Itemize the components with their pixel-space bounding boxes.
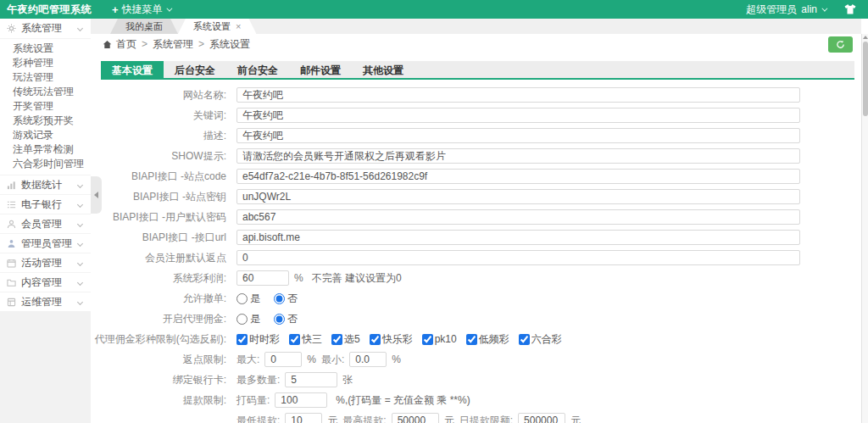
tab-basic-settings[interactable]: 基本设置 (101, 61, 164, 80)
sidebar-group-label: 内容管理 (21, 276, 78, 290)
sidebar-item-draw-management[interactable]: 开奖管理 (0, 99, 91, 114)
sidebar-collapse-handle[interactable] (91, 176, 102, 214)
theme-shirt-icon[interactable] (844, 4, 856, 14)
vertical-scrollbar[interactable] (861, 34, 868, 423)
percent-unit: % (294, 272, 303, 284)
biapi-url-label: BIAPI接口 -接口url (101, 231, 236, 245)
withdraw-max-input[interactable] (392, 413, 439, 423)
sidebar-item-mark6-time[interactable]: 六合彩时间管理 (0, 157, 91, 171)
chevron-down-icon (166, 5, 172, 11)
breadcrumb-section[interactable]: 系统管理 (153, 37, 193, 52)
withdraw-min-input[interactable] (285, 413, 322, 423)
register-rebate-input[interactable] (236, 250, 800, 265)
user-menu[interactable]: 超级管理员 alin (746, 3, 826, 17)
sidebar-item-pre-draw[interactable]: 系统彩预开奖 (0, 114, 91, 128)
scrollbar-up-arrow[interactable] (862, 34, 868, 41)
tab-label: 系统设置 (193, 19, 231, 34)
sidebar-group-system[interactable]: 系统管理 (0, 19, 91, 38)
sidebar-group-label: 系统管理 (21, 21, 78, 36)
lottery-mark6-option[interactable]: 六合彩 (519, 332, 562, 347)
gear-icon (7, 24, 17, 34)
sidebar-group-members[interactable]: 会员管理 (0, 214, 91, 233)
card-unit: 张 (342, 373, 353, 387)
biapi-code-input[interactable] (236, 169, 800, 184)
withdraw-daily-input[interactable] (518, 413, 565, 423)
sidebar-group-label: 活动管理 (21, 256, 78, 270)
allow-cancel-yes-radio[interactable] (236, 293, 248, 304)
lottery-x5-checkbox[interactable] (331, 334, 342, 345)
withdraw-max-label: 最高提款: (342, 414, 386, 423)
option-label: 否 (287, 292, 298, 306)
lottery-lowfreq-checkbox[interactable] (466, 334, 477, 345)
checkbox-label: 快三 (302, 332, 322, 347)
tab-other-settings[interactable]: 其他设置 (352, 61, 415, 80)
lottery-pk10-option[interactable]: pk10 (422, 333, 457, 345)
calendar-icon (7, 258, 17, 268)
system-profit-note: 不完善 建议设置为0 (312, 271, 402, 286)
scrollbar-thumb[interactable] (863, 42, 868, 116)
bank-card-count-input[interactable] (285, 372, 337, 387)
tab-mail-settings[interactable]: 邮件设置 (289, 61, 352, 80)
turnover-input[interactable] (275, 392, 327, 408)
agent-commission-yes-option[interactable]: 是 (236, 312, 260, 326)
site-name-input[interactable] (236, 87, 800, 103)
sidebar-group-ops[interactable]: 运维管理 (0, 292, 91, 311)
rebate-min-label: 最小: (321, 353, 344, 367)
tab-my-desktop[interactable]: 我的桌面 (110, 19, 178, 34)
lottery-x5-option[interactable]: 选5 (331, 332, 360, 347)
sidebar-group-activities[interactable]: 活动管理 (0, 253, 91, 272)
sidebar-group-statistics[interactable]: 数据统计 (0, 175, 91, 194)
sidebar-item-lottery-types[interactable]: 彩种管理 (0, 56, 91, 70)
biapi-secret-input[interactable] (236, 189, 800, 204)
sidebar-item-bet-anomaly[interactable]: 注单异常检测 (0, 142, 91, 157)
system-profit-input[interactable] (236, 270, 289, 286)
commission-limit-label: 代理佣金彩种限制(勾选反剔): (101, 332, 236, 347)
chevron-down-icon (77, 298, 83, 304)
biapi-secret-label: BIAPI接口 -站点密钥 (101, 190, 236, 204)
lottery-pk10-checkbox[interactable] (422, 334, 433, 345)
folder-icon (7, 277, 17, 287)
allow-cancel-no-radio[interactable] (274, 293, 285, 304)
show-tip-input[interactable] (236, 148, 800, 164)
sidebar-item-play-methods[interactable]: 玩法管理 (0, 70, 91, 85)
sidebar-item-system-settings[interactable]: 系统设置 (0, 42, 91, 56)
lottery-klc-checkbox[interactable] (370, 334, 381, 345)
breadcrumb-home[interactable]: 首页 (116, 37, 136, 52)
sidebar-group-ebank[interactable]: 电子银行 (0, 194, 91, 214)
agent-commission-no-option[interactable]: 否 (274, 312, 298, 326)
refresh-button[interactable] (828, 36, 853, 53)
lottery-ssc-checkbox[interactable] (236, 334, 248, 345)
option-label: 是 (250, 312, 260, 326)
lottery-klc-option[interactable]: 快乐彩 (370, 332, 413, 347)
tab-frontend-security[interactable]: 前台安全 (226, 61, 289, 80)
sidebar-group-content[interactable]: 内容管理 (0, 272, 91, 292)
agent-commission-no-radio[interactable] (274, 314, 285, 325)
rebate-min-input[interactable] (349, 352, 387, 367)
description-input[interactable] (236, 128, 800, 143)
lottery-lowfreq-option[interactable]: 低频彩 (466, 332, 509, 347)
tab-backend-security[interactable]: 后台安全 (164, 61, 226, 80)
rebate-max-input[interactable] (264, 352, 302, 367)
breadcrumb-separator (198, 38, 204, 50)
chevron-down-icon (77, 25, 83, 31)
biapi-default-pwd-input[interactable] (236, 209, 800, 225)
sidebar-item-game-records[interactable]: 游戏记录 (0, 128, 91, 142)
tab-system-settings[interactable]: 系统设置 (178, 19, 256, 34)
lottery-k3-checkbox[interactable] (289, 334, 300, 345)
allow-cancel-no-option[interactable]: 否 (274, 292, 298, 306)
system-profit-label: 系统彩利润: (101, 271, 236, 286)
lottery-mark6-checkbox[interactable] (519, 334, 530, 345)
quick-menu-button[interactable]: 快捷菜单 (103, 0, 179, 19)
sidebar-item-traditional-play[interactable]: 传统玩法管理 (0, 85, 91, 99)
allow-cancel-yes-option[interactable]: 是 (236, 292, 260, 306)
close-icon[interactable] (236, 19, 241, 34)
lottery-k3-option[interactable]: 快三 (289, 332, 322, 347)
breadcrumb-page[interactable]: 系统设置 (209, 37, 250, 52)
agent-commission-yes-radio[interactable] (236, 314, 248, 325)
lottery-ssc-option[interactable]: 时时彩 (236, 332, 280, 347)
yuan-unit: 元 (327, 414, 337, 423)
keywords-input[interactable] (236, 108, 800, 123)
description-label: 描述: (101, 129, 236, 143)
sidebar-group-admins[interactable]: 管理员管理 (0, 233, 91, 253)
biapi-url-input[interactable] (236, 230, 800, 245)
